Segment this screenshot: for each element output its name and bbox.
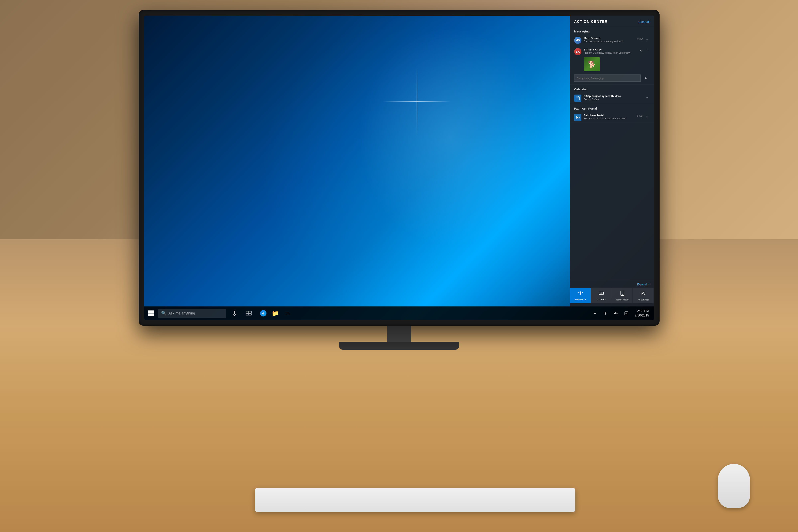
hidden-icons-button[interactable] — [591, 309, 600, 318]
store-icon-graphic: 🛍 — [285, 310, 290, 317]
network-icon[interactable] — [601, 309, 610, 318]
system-tray: 2:30 PM 7/30/2015 — [591, 309, 654, 318]
monitor-stand-base — [339, 342, 459, 350]
svg-rect-24 — [249, 314, 251, 315]
taskbar-clock[interactable]: 2:30 PM 7/30/2015 — [632, 309, 651, 318]
marc-notif-message: Can we move our meeting to 4pm? — [584, 40, 635, 43]
monitor-bezel: ACTION CENTER Clear all Messaging MD — [139, 10, 660, 326]
fabrikam-notif-time: 2:04p — [637, 115, 643, 118]
svg-marker-26 — [614, 312, 616, 315]
avatar-brittany: BK — [574, 48, 582, 55]
quick-action-all-settings[interactable]: All settings — [633, 288, 653, 303]
svg-point-5 — [577, 117, 578, 118]
calendar-section-header: Calendar — [570, 85, 654, 93]
wifi-icon — [578, 291, 583, 297]
reply-send-button[interactable]: ➤ — [642, 75, 649, 82]
taskbar: 🔍 Ask me anything — [144, 306, 654, 320]
svg-point-12 — [622, 294, 623, 295]
brittany-sender-name: Brittany Kirby — [584, 48, 638, 51]
brittany-notif-actions: ✕ ⌃ — [638, 48, 649, 53]
reply-box: ➤ — [574, 75, 649, 82]
fabrikam-btn-label: Fabrikam 1 — [575, 298, 586, 301]
quick-action-fabrikam[interactable]: Fabrikam 1 — [570, 288, 591, 303]
marc-notif-time: 1:55p — [637, 38, 643, 40]
search-placeholder-text: Ask me anything — [169, 311, 195, 316]
avatar-marc: MD — [574, 37, 582, 44]
brittany-notif-image — [584, 57, 600, 71]
brittany-notif-message: I taught Duke how to play fetch yesterda… — [584, 52, 638, 54]
svg-rect-14 — [148, 310, 151, 313]
clear-all-button[interactable]: Clear all — [638, 20, 649, 23]
svg-marker-25 — [594, 312, 596, 314]
quick-actions-grid: Fabrikam 1 — [570, 288, 654, 305]
brittany-collapse-btn[interactable]: ⌃ — [645, 48, 649, 53]
notifications-list: Messaging MD Marc Durand Can we move our… — [570, 27, 654, 280]
quick-action-connect[interactable]: Connect — [591, 288, 612, 303]
windows-desktop[interactable]: ACTION CENTER Clear all Messaging MD — [144, 16, 654, 320]
brittany-notif-content: Brittany Kirby I taught Duke how to play… — [584, 48, 638, 54]
svg-rect-16 — [148, 314, 151, 316]
action-center-title: ACTION CENTER — [574, 20, 608, 24]
all-settings-btn-label: All settings — [638, 299, 649, 301]
svg-rect-22 — [249, 311, 251, 313]
clock-date: 7/30/2015 — [635, 313, 649, 318]
fabrikam-icon — [574, 114, 582, 121]
fabrikam-notif-content: Fabrikam Portal The Fabrikam Portal app … — [584, 114, 635, 120]
edge-icon-graphic: e — [260, 310, 266, 317]
taskbar-icons-left — [226, 306, 257, 320]
fabrikam-section-header: Fabrikam Portal — [570, 104, 654, 112]
avatar-marc-initials: MD — [574, 37, 582, 44]
svg-rect-17 — [151, 314, 154, 316]
expand-bar[interactable]: Expand ⌃ — [570, 282, 654, 288]
calendar-expand-btn[interactable]: ⌄ — [645, 95, 649, 99]
calendar-notif-content: 3:30p Project sync with Marc Fourth Coff… — [584, 95, 644, 101]
reply-input[interactable] — [574, 75, 641, 82]
edge-browser-icon[interactable]: e — [257, 306, 269, 320]
folder-icon-graphic: 📁 — [272, 310, 279, 317]
search-icon: 🔍 — [161, 311, 167, 316]
cortana-mic-icon[interactable] — [228, 306, 241, 320]
svg-point-13 — [643, 293, 644, 294]
monitor-wrapper: ACTION CENTER Clear all Messaging MD — [119, 10, 680, 350]
task-view-icon[interactable] — [243, 306, 255, 320]
mouse — [718, 464, 750, 508]
brittany-notif-row: BK Brittany Kirby I taught Duke how to p… — [574, 48, 649, 55]
notification-brittany-kirby[interactable]: BK Brittany Kirby I taught Duke how to p… — [570, 46, 654, 85]
calendar-event-subtitle: Fourth Coffee — [584, 98, 644, 101]
notification-marc-durand[interactable]: MD Marc Durand Can we move our meeting t… — [570, 35, 654, 46]
action-center-panel: ACTION CENTER Clear all Messaging MD — [570, 16, 654, 306]
fabrikam-expand-btn[interactable]: ⌄ — [645, 114, 649, 118]
expand-label: Expand — [637, 283, 647, 286]
avatar-brittany-initials: BK — [574, 48, 582, 55]
notification-calendar[interactable]: 3:30p Project sync with Marc Fourth Coff… — [570, 93, 654, 104]
notification-fabrikam[interactable]: Fabrikam Portal The Fabrikam Portal app … — [570, 112, 654, 123]
tablet-mode-btn-label: Tablet mode — [616, 299, 628, 301]
calendar-event-title: 3:30p Project sync with Marc — [584, 95, 644, 98]
cast-icon — [598, 291, 604, 297]
calendar-icon — [574, 95, 582, 102]
file-explorer-icon[interactable]: 📁 — [269, 306, 281, 320]
svg-rect-18 — [234, 311, 235, 314]
brittany-close-btn[interactable]: ✕ — [638, 48, 643, 53]
expand-chevron-icon: ⌃ — [648, 283, 650, 286]
store-icon[interactable]: 🛍 — [281, 306, 293, 320]
marc-expand-btn[interactable]: ⌄ — [645, 37, 649, 41]
marc-notif-content: Marc Durand Can we move our meeting to 4… — [584, 37, 635, 43]
svg-rect-15 — [151, 310, 154, 313]
svg-rect-0 — [576, 97, 580, 100]
action-center-icon[interactable] — [622, 309, 631, 318]
start-button[interactable] — [144, 306, 158, 320]
fabrikam-notif-actions: 2:04p ⌄ — [635, 114, 649, 118]
clock-time: 2:30 PM — [635, 309, 649, 313]
windows-logo-light — [389, 61, 445, 141]
svg-rect-23 — [246, 314, 249, 315]
quick-action-tablet-mode[interactable]: Tablet mode — [612, 288, 633, 303]
volume-icon[interactable] — [611, 309, 620, 318]
fabrikam-notif-title: Fabrikam Portal — [584, 114, 635, 117]
monitor-stand-neck — [387, 326, 411, 342]
marc-sender-name: Marc Durand — [584, 37, 635, 40]
svg-rect-27 — [625, 312, 628, 315]
search-box[interactable]: 🔍 Ask me anything — [158, 309, 226, 318]
action-center-header: ACTION CENTER Clear all — [570, 16, 654, 27]
connect-btn-label: Connect — [597, 298, 606, 301]
